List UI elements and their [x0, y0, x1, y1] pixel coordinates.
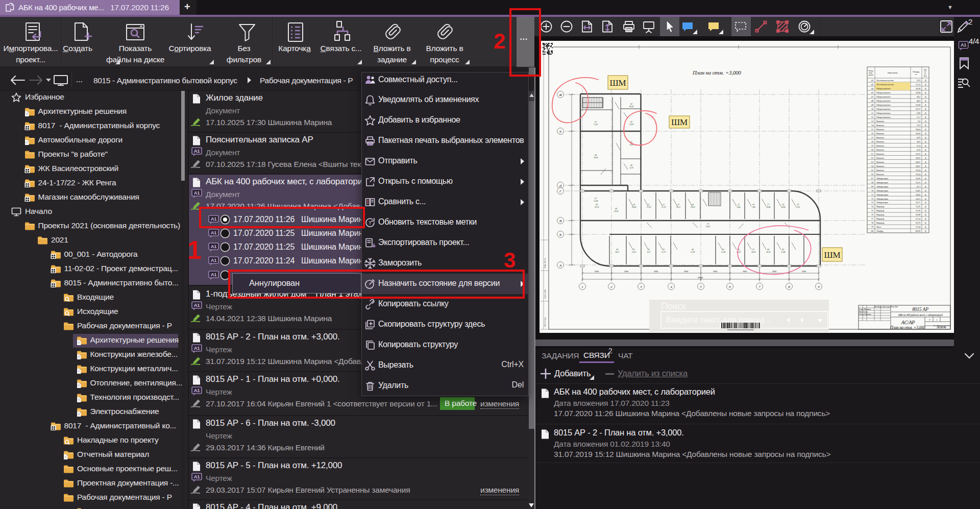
svg-text:A1: A1: [194, 345, 201, 351]
svg-text:A1: A1: [961, 42, 966, 47]
svg-text:Коридор: Коридор: [876, 209, 885, 212]
svg-text:Тамбур: Тамбур: [876, 230, 884, 232]
svg-text:Нач.отд. Кирьянов: Нач.отд. Кирьянов: [859, 313, 871, 316]
svg-text:Пров. Гусева: Пров. Гусева: [859, 311, 868, 313]
svg-text:Лаборатория: Лаборатория: [876, 201, 889, 204]
svg-text:A1: A1: [194, 302, 201, 308]
svg-text:Комната: Комната: [876, 161, 884, 163]
svg-text:6000: 6000: [654, 270, 658, 273]
svg-text:6000: 6000: [772, 270, 777, 273]
svg-text:A1: A1: [194, 387, 201, 393]
svg-text:Комната: Комната: [876, 144, 884, 147]
svg-text:Д: Д: [559, 184, 562, 188]
svg-text:8015 АР: 8015 АР: [912, 307, 928, 312]
svg-text:ШМ: ШМ: [671, 117, 688, 127]
svg-text:щен.: щен.: [924, 75, 927, 77]
svg-text:Комната: Комната: [876, 124, 884, 127]
svg-text:Лаборатория: Лаборатория: [876, 193, 889, 196]
svg-text:A1: A1: [194, 474, 201, 479]
svg-text:Общая комната: Общая комната: [876, 112, 891, 114]
svg-text:Комната: Комната: [876, 153, 884, 155]
svg-text:A1: A1: [211, 257, 217, 263]
svg-text:АБК на 400 рабочих мест, с лаб: АБК на 400 рабочих мест, с лабораторией: [897, 313, 943, 317]
svg-text:Лаборатория: Лаборатория: [876, 198, 889, 200]
svg-text:Комната: Комната: [876, 165, 884, 167]
svg-text:6000: 6000: [713, 270, 718, 273]
svg-text:A1: A1: [194, 148, 201, 154]
svg-text:щения: щения: [869, 74, 873, 76]
svg-text:Аскон: Аскон: [936, 325, 946, 329]
svg-text:Общая комната: Общая комната: [876, 104, 891, 106]
svg-text:Коридор: Коридор: [876, 213, 885, 216]
svg-text:Комната: Комната: [876, 149, 884, 151]
svg-text:Общая комната: Общая комната: [876, 87, 891, 90]
svg-text:Лаборатория: Лаборатория: [876, 181, 889, 184]
svg-text:A1: A1: [211, 244, 217, 249]
svg-text:Лаборатория: Лаборатория: [876, 185, 889, 188]
svg-text:План на отм. +3,000: План на отм. +3,000: [692, 69, 741, 76]
svg-text:Поиск: Поиск: [661, 301, 686, 311]
svg-text:6000: 6000: [624, 270, 629, 273]
svg-text:Изм. Кол.уч. Лист №док. Подп.: Изм. Кол.уч. Лист №док. Подп. Дата: [874, 306, 898, 308]
svg-text:Комната: Комната: [876, 136, 884, 139]
svg-text:1: 1: [581, 285, 583, 289]
svg-text:48000: 48000: [698, 276, 703, 279]
svg-text:Инв. № подл.: Инв. № подл.: [544, 317, 546, 327]
svg-text:Подп. и дата: Подп. и дата: [544, 289, 546, 299]
svg-text:Р: Р: [928, 319, 930, 321]
svg-text:Лаборатория: Лаборатория: [876, 189, 889, 192]
svg-text:Лестничная клетка: Лестничная клетка: [876, 83, 894, 86]
svg-text:6000: 6000: [743, 270, 747, 273]
svg-text:3: 3: [640, 285, 642, 289]
svg-text:A1: A1: [211, 272, 217, 277]
svg-text:A1: A1: [211, 230, 217, 235]
svg-text:ШМ: ШМ: [610, 78, 626, 88]
svg-text:Комната: Комната: [876, 128, 884, 131]
svg-text:T: T: [369, 221, 372, 226]
svg-text:Комната: Комната: [876, 173, 884, 176]
svg-text:1: 1: [936, 319, 937, 321]
svg-text:Комната: Комната: [876, 140, 884, 143]
svg-text:A1: A1: [194, 190, 201, 196]
svg-text:Общая комната: Общая комната: [876, 91, 891, 94]
svg-text:Общая комната: Общая комната: [876, 95, 891, 98]
svg-text:Коридор: Коридор: [876, 217, 885, 220]
svg-text:6000: 6000: [595, 270, 599, 273]
svg-text:Разраб. Шишкина: Разраб. Шишкина: [859, 308, 871, 310]
svg-text:Наименование: Наименование: [888, 72, 898, 74]
svg-text:АС/АР: АС/АР: [901, 320, 915, 325]
svg-text:ШМ: ШМ: [824, 250, 841, 260]
svg-text:Ж: Ж: [558, 93, 562, 97]
svg-text:Лаборатория: Лаборатория: [876, 177, 889, 180]
svg-text:Общая комната: Общая комната: [876, 100, 891, 102]
svg-text:Холл: Холл: [876, 226, 881, 228]
svg-text:6000: 6000: [802, 270, 806, 273]
svg-text:Комната: Комната: [876, 120, 884, 123]
svg-text:Комната: Комната: [876, 169, 884, 172]
svg-text:Общая комната: Общая комната: [876, 116, 891, 118]
svg-text:Коридор: Коридор: [876, 222, 885, 224]
svg-text:Комната: Комната: [876, 157, 884, 159]
svg-text:6000: 6000: [684, 270, 689, 273]
svg-text:Лестничная клетка: Лестничная клетка: [876, 79, 894, 82]
svg-text:Б: Б: [559, 233, 561, 237]
svg-text:План на отм. +3,000: План на отм. +3,000: [890, 325, 925, 330]
svg-text:Комната: Комната: [876, 132, 884, 135]
svg-text:Общая комната: Общая комната: [876, 108, 891, 110]
svg-text:м²: м²: [916, 74, 917, 76]
svg-text:Взам. инв. №: Взам. инв. №: [544, 258, 546, 268]
svg-text:Коридор: Коридор: [876, 205, 885, 208]
